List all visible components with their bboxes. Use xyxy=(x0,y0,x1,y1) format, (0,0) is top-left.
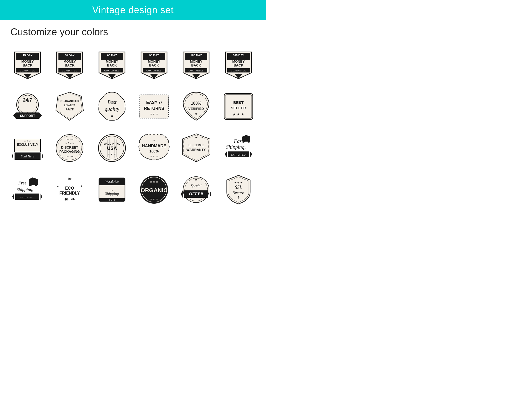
svg-text:★ ★ ★: ★ ★ ★ xyxy=(109,199,115,201)
svg-text:SUPPORT: SUPPORT xyxy=(20,114,35,118)
badge-guaranteed-lowest[interactable]: GUARANTEED LOWEST PRICE xyxy=(50,87,89,126)
subtitle: Customize your colors xyxy=(0,20,266,40)
badge-365day[interactable]: 365 DAY MONEY BACK GUARANTEE ★ xyxy=(219,45,258,84)
svg-text:GUARANTEE: GUARANTEE xyxy=(20,70,35,72)
header: Vintage design set xyxy=(0,0,266,20)
svg-text:★ ★ ★: ★ ★ ★ xyxy=(150,180,158,183)
svg-marker-58 xyxy=(13,112,16,119)
badge-best-seller[interactable]: BEST SELLER ★ ★ ★ xyxy=(219,87,258,126)
svg-text:Shipping,: Shipping, xyxy=(17,187,34,192)
svg-text:100%: 100% xyxy=(149,149,159,153)
badge-handmade[interactable]: ✦ HANDMADE 100% ★ ★ ★ xyxy=(134,129,174,168)
badge-worldwide[interactable]: Worldwide ★ Shipping ★ ★ ★ xyxy=(92,170,132,209)
badge-easy-returns[interactable]: EASY ⇄ RETURNS ★ ★ ★ xyxy=(134,87,174,126)
svg-text:SELLER: SELLER xyxy=(231,106,246,110)
svg-text:BACK: BACK xyxy=(65,63,75,67)
svg-text:LIFETIME: LIFETIME xyxy=(189,143,204,147)
svg-marker-87 xyxy=(42,152,43,160)
svg-text:GUARANTEE: GUARANTEE xyxy=(147,70,162,72)
svg-marker-86 xyxy=(12,152,13,160)
svg-marker-122 xyxy=(225,151,227,157)
badge-special-offer[interactable]: ★ Special OFFER xyxy=(176,170,216,209)
svg-text:MONEY: MONEY xyxy=(64,59,76,63)
svg-text:⚜: ⚜ xyxy=(237,195,240,200)
svg-text:MONEY: MONEY xyxy=(232,59,245,63)
svg-text:Free: Free xyxy=(18,181,26,185)
svg-text:Shipping: Shipping xyxy=(105,191,119,196)
svg-text:GUARANTEE: GUARANTEE xyxy=(62,70,77,72)
svg-point-118 xyxy=(243,141,245,143)
svg-text:USA: USA xyxy=(107,146,117,151)
svg-text:365 DAY: 365 DAY xyxy=(233,54,244,57)
svg-text:PACKAGING: PACKAGING xyxy=(59,150,80,154)
svg-point-129 xyxy=(35,184,37,186)
badge-lifetime[interactable]: ❧ LIFETIME WARRANTY xyxy=(176,129,216,168)
svg-text:Secure: Secure xyxy=(233,190,244,195)
badge-organic[interactable]: ORGANIC ★ ★ ★ ★ ★ ★ xyxy=(134,170,174,209)
svg-text:✦: ✦ xyxy=(153,139,155,142)
svg-marker-160 xyxy=(210,190,211,198)
svg-text:ORGANIC: ORGANIC xyxy=(141,187,168,194)
badge-100-verified[interactable]: 100% VERIFIED ★ xyxy=(176,87,216,126)
svg-text:MONEY: MONEY xyxy=(21,59,34,63)
svg-text:FRIENDLY: FRIENDLY xyxy=(59,191,80,195)
svg-text:15 DAY: 15 DAY xyxy=(23,54,32,57)
svg-text:★: ★ xyxy=(152,73,156,77)
badge-fast-shipping[interactable]: Fast Shipping, EXPIDITED xyxy=(219,129,258,168)
svg-text:quality: quality xyxy=(105,106,119,112)
svg-text:SSL: SSL xyxy=(235,185,242,190)
svg-text:EXCLUSIVELY: EXCLUSIVELY xyxy=(17,143,38,147)
svg-text:★: ★ xyxy=(195,73,198,77)
svg-text:60 DAY: 60 DAY xyxy=(107,54,117,57)
svg-text:RETURNS: RETURNS xyxy=(144,106,164,111)
svg-text:★: ★ xyxy=(111,189,113,191)
badge-60day[interactable]: 60 DAY MONEY BACK GUARANTEE ★ xyxy=(92,45,132,84)
badge-180day[interactable]: 180 DAY MONEY BACK GUARANTEE ★ xyxy=(176,45,216,84)
badge-made-usa[interactable]: MADE IN THE USA ★ ★ ★ xyxy=(92,129,132,168)
svg-text:★ ★ ★: ★ ★ ★ xyxy=(150,198,158,201)
svg-text:BACK: BACK xyxy=(191,63,201,67)
badge-90day[interactable]: 90 DAY MONEY BACK GUARANTEE ★ xyxy=(134,45,174,84)
svg-text:★: ★ xyxy=(195,112,198,116)
badge-best-quality[interactable]: Best quality ✿ xyxy=(92,87,132,126)
svg-text:★: ★ xyxy=(57,184,59,188)
svg-text:★: ★ xyxy=(195,178,197,181)
svg-text:❧: ❧ xyxy=(195,136,197,139)
svg-text:MONEY: MONEY xyxy=(190,59,203,63)
svg-text:EXCLUSIVE: EXCLUSIVE xyxy=(21,196,35,198)
svg-text:Discreet: Discreet xyxy=(66,138,74,141)
svg-text:★ ★ ★: ★ ★ ★ xyxy=(24,140,31,142)
badge-30day[interactable]: 30 DAY MONEY BACK GUARANTEE ★ xyxy=(50,45,89,84)
svg-text:GUARANTEE: GUARANTEE xyxy=(231,70,246,72)
svg-text:DISCREET: DISCREET xyxy=(61,145,78,149)
svg-marker-132 xyxy=(12,194,14,200)
badge-exclusively[interactable]: ★ ★ ★ EXCLUSIVELY Sold Here xyxy=(8,129,47,168)
svg-point-128 xyxy=(29,184,32,186)
svg-text:BACK: BACK xyxy=(107,63,117,67)
svg-text:★: ★ xyxy=(110,73,114,77)
svg-text:EXPIDITED: EXPIDITED xyxy=(231,154,246,156)
svg-text:Worldwide: Worldwide xyxy=(105,180,119,183)
badge-free-shipping[interactable]: Free Shipping, EXCLUSIVE xyxy=(8,170,47,209)
svg-text:100%: 100% xyxy=(191,101,202,105)
svg-text:★ ★ ★: ★ ★ ★ xyxy=(233,112,244,116)
svg-marker-59 xyxy=(39,112,42,119)
svg-text:★ ★ ★: ★ ★ ★ xyxy=(150,155,158,158)
svg-point-119 xyxy=(248,141,250,143)
badge-eco[interactable]: ❧ ★ ★ ECO FRIENDLY ☙ ❧ xyxy=(50,170,89,209)
svg-text:Shipping,: Shipping, xyxy=(226,144,246,150)
badge-ssl[interactable]: ★ ★ ★ SSL Secure ⚜ xyxy=(219,170,258,209)
badge-15day[interactable]: 15 DAY MONEY BACK GUARANTEE ★ xyxy=(8,45,47,84)
svg-text:WARRANTY: WARRANTY xyxy=(187,148,206,152)
svg-text:Best: Best xyxy=(108,99,117,105)
svg-text:★: ★ xyxy=(68,73,71,77)
page-title: Vintage design set xyxy=(0,5,266,16)
svg-text:★ ★ ★: ★ ★ ★ xyxy=(108,153,116,156)
svg-text:GUARANTEE: GUARANTEE xyxy=(189,70,204,72)
svg-text:90 DAY: 90 DAY xyxy=(149,54,159,57)
badge-discreet[interactable]: Discreet ★ ★ ★ ★ DISCREET PACKAGING Disc… xyxy=(50,129,89,168)
svg-text:MONEY: MONEY xyxy=(106,59,118,63)
badge-247support[interactable]: 24/7 ★ ★ ★ SUPPORT xyxy=(8,87,47,126)
svg-text:EASY ⇄: EASY ⇄ xyxy=(146,100,162,105)
svg-text:GUARANTEE: GUARANTEE xyxy=(104,70,119,72)
